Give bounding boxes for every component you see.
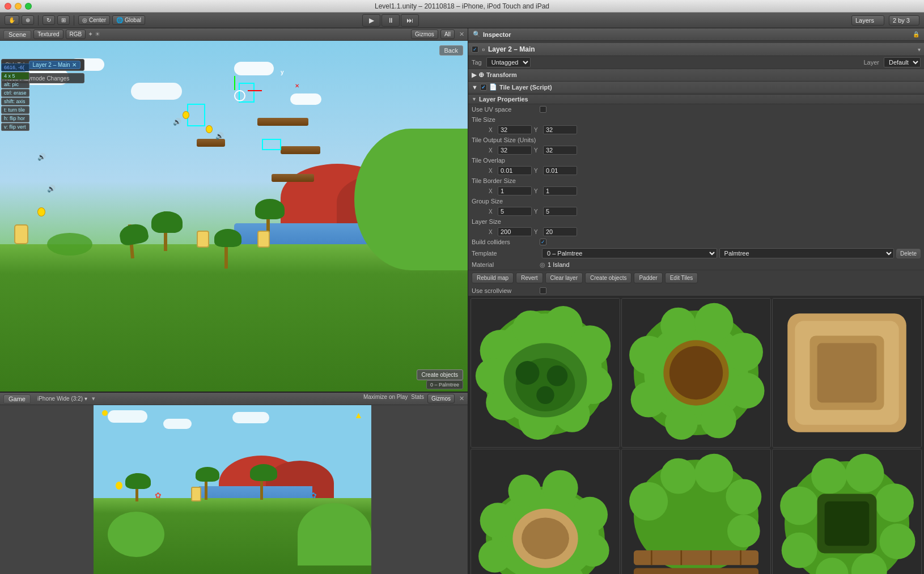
tile-output-y-input[interactable] bbox=[543, 146, 577, 155]
expand-icon: ▾ bbox=[918, 46, 921, 53]
layer-chip-close[interactable]: ✕ bbox=[72, 62, 77, 68]
tile-overlap-xy: X Y bbox=[489, 166, 921, 175]
svg-point-47 bbox=[522, 518, 569, 559]
group-size-values-row: X Y bbox=[468, 206, 924, 216]
object-active-checkbox[interactable] bbox=[472, 46, 478, 53]
tile-size-x-input[interactable] bbox=[498, 125, 532, 134]
create-objects-button[interactable]: Create objects bbox=[585, 273, 631, 283]
game-coin bbox=[116, 482, 122, 490]
use-uv-row: Use UV space bbox=[468, 104, 924, 114]
tile-2[interactable] bbox=[621, 298, 771, 448]
tile-3[interactable] bbox=[772, 298, 922, 448]
svg-point-54 bbox=[727, 515, 760, 547]
gizmos-label: Gizmos bbox=[415, 31, 434, 37]
textured-button[interactable]: Textured bbox=[33, 29, 63, 39]
center-icon: ◎ bbox=[82, 17, 87, 23]
tile-1[interactable] bbox=[471, 298, 620, 448]
layer-size-values-row: X Y bbox=[468, 227, 924, 237]
game-cloud-1 bbox=[108, 410, 147, 423]
play-button[interactable]: ▶ bbox=[362, 14, 380, 27]
minimize-button[interactable] bbox=[15, 3, 22, 10]
game-tab[interactable]: Game bbox=[3, 394, 31, 403]
use-scrollview-checkbox[interactable] bbox=[540, 287, 546, 294]
maximize-on-play-label[interactable]: Maximize on Play bbox=[363, 394, 408, 403]
step-button[interactable]: ⏭ bbox=[401, 14, 419, 27]
resolution-dropdown-icon[interactable]: ▾ bbox=[84, 396, 87, 402]
edit-tiles-button[interactable]: Edit Tiles bbox=[665, 273, 698, 283]
back-button[interactable]: Back bbox=[439, 45, 463, 56]
game-palm-1 bbox=[135, 473, 138, 501]
layer-chip-label: Layer 2 – Main bbox=[33, 62, 70, 68]
game-scene-left-border bbox=[0, 405, 94, 574]
svg-point-65 bbox=[845, 454, 884, 492]
all-button[interactable]: All bbox=[440, 29, 455, 39]
layer-size-x-input[interactable] bbox=[498, 227, 532, 236]
revert-button[interactable]: Revert bbox=[516, 273, 542, 283]
object-header: ▫ Layer 2 – Main ▾ bbox=[468, 43, 924, 56]
tile-layer-checkbox[interactable] bbox=[480, 84, 487, 91]
use-uv-checkbox[interactable] bbox=[540, 106, 546, 113]
scene-tab[interactable]: Scene bbox=[3, 30, 31, 39]
inspector-title: Inspector bbox=[483, 31, 511, 38]
rebuild-map-button[interactable]: Rebuild map bbox=[472, 273, 514, 283]
padder-button[interactable]: Padder bbox=[634, 273, 662, 283]
layer-chip[interactable]: Layer 2 – Main ✕ bbox=[29, 61, 80, 69]
panel-close-icon[interactable]: ✕ bbox=[459, 31, 464, 38]
layer-properties-section[interactable]: ▼ Layer Properties bbox=[468, 94, 924, 104]
refresh-button[interactable]: ↻ bbox=[43, 15, 55, 25]
transform-gizmo bbox=[234, 90, 245, 101]
tile-5[interactable] bbox=[621, 449, 771, 574]
coord-display: 6616, -6( bbox=[1, 63, 29, 71]
gizmos-button[interactable]: Gizmos bbox=[411, 29, 438, 39]
template-dropdown-1[interactable]: 0 – Palmtree bbox=[542, 248, 717, 258]
tile-size-y-input[interactable] bbox=[543, 125, 577, 134]
move-tool-button[interactable]: ⊕ bbox=[22, 15, 34, 25]
tile-border-x-input[interactable] bbox=[498, 186, 532, 195]
maximize-button[interactable] bbox=[25, 3, 32, 10]
layers-button[interactable]: ⊞ bbox=[57, 15, 70, 25]
pause-button[interactable]: ⏸ bbox=[382, 14, 400, 27]
coin-2 bbox=[183, 111, 189, 119]
group-size-x-input[interactable] bbox=[498, 207, 532, 216]
game-gizmos-button[interactable]: Gizmos bbox=[427, 394, 455, 403]
svg-rect-72 bbox=[825, 501, 870, 546]
tag-dropdown[interactable]: Untagged bbox=[486, 57, 531, 67]
use-scrollview-label: Use scrollview bbox=[472, 287, 540, 294]
tile-output-row: Tile Output Size (Units) bbox=[468, 135, 924, 145]
layer-size-y-input[interactable] bbox=[543, 227, 577, 236]
ctrl-erase-hint: ctrl: erase bbox=[1, 89, 29, 97]
play-controls: ▶ ⏸ ⏭ bbox=[362, 14, 419, 27]
center-label: Center bbox=[89, 17, 106, 23]
platform-4 bbox=[197, 139, 225, 147]
scene-content[interactable]: 🔊 🔊 🔊 🔊 y ✕ bbox=[0, 41, 468, 392]
tile-6[interactable] bbox=[772, 449, 922, 574]
tile-size-x-label: X bbox=[489, 127, 495, 133]
hand-tool-button[interactable]: ✋ bbox=[5, 15, 19, 25]
rgb-label: RGB bbox=[70, 31, 82, 37]
group-size-y-input[interactable] bbox=[543, 207, 577, 216]
clear-layer-button[interactable]: Clear layer bbox=[545, 273, 583, 283]
material-icon: ◎ bbox=[540, 261, 545, 269]
game-character bbox=[191, 487, 201, 501]
build-colliders-checkbox[interactable] bbox=[540, 239, 546, 245]
layers-dropdown[interactable]: Layers bbox=[851, 15, 884, 25]
close-button[interactable] bbox=[5, 3, 11, 10]
create-objects-overlay-button[interactable]: Create objects bbox=[417, 369, 463, 380]
tile-overlap-x-input[interactable] bbox=[498, 166, 532, 175]
tile-4[interactable] bbox=[471, 449, 620, 574]
layout-dropdown[interactable]: 2 by 3 bbox=[889, 15, 919, 25]
center-button[interactable]: ◎ Center bbox=[78, 15, 110, 25]
tile-output-x-input[interactable] bbox=[498, 146, 532, 155]
tile-1-svg bbox=[471, 299, 620, 447]
tile-overlap-y-input[interactable] bbox=[543, 166, 577, 175]
global-button[interactable]: 🌐 Global bbox=[112, 15, 145, 25]
inspector-lock-button[interactable]: 🔒 bbox=[913, 31, 919, 37]
layer-dropdown[interactable]: Default bbox=[884, 57, 921, 67]
stats-label[interactable]: Stats bbox=[411, 394, 424, 403]
delete-template-button[interactable]: Delete bbox=[896, 249, 921, 258]
tile-border-y-input[interactable] bbox=[543, 186, 577, 195]
rgb-button[interactable]: RGB bbox=[66, 29, 86, 39]
move-icon: ⊕ bbox=[26, 17, 30, 23]
template-dropdown-2[interactable]: Palmtree bbox=[719, 248, 895, 258]
game-panel-close[interactable]: ✕ bbox=[459, 395, 464, 402]
